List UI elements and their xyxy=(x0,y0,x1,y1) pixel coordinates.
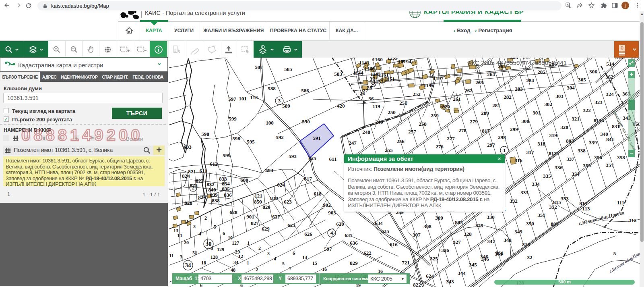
svg-text:329: 329 xyxy=(475,223,483,229)
svg-text:303: 303 xyxy=(555,93,564,99)
svg-text:1144: 1144 xyxy=(353,70,363,76)
svg-text:354: 354 xyxy=(572,171,580,177)
svg-text:344: 344 xyxy=(458,270,466,276)
svg-text:32: 32 xyxy=(527,254,533,260)
svg-text:592: 592 xyxy=(276,134,284,140)
svg-text:250: 250 xyxy=(388,109,396,115)
svg-text:599: 599 xyxy=(223,152,231,158)
svg-text:6: 6 xyxy=(293,250,295,256)
svg-text:355: 355 xyxy=(583,162,591,168)
svg-text:598: 598 xyxy=(201,131,209,137)
svg-text:322: 322 xyxy=(583,107,591,113)
svg-text:358: 358 xyxy=(617,154,625,160)
svg-text:316: 316 xyxy=(514,157,522,163)
svg-text:618: 618 xyxy=(314,191,322,197)
svg-text:3: 3 xyxy=(180,254,182,260)
svg-text:807: 807 xyxy=(551,221,559,227)
svg-text:816: 816 xyxy=(522,241,530,247)
svg-text:339: 339 xyxy=(589,139,597,146)
svg-text:599: 599 xyxy=(229,116,237,122)
svg-text:626: 626 xyxy=(304,231,312,237)
svg-text:616: 616 xyxy=(390,241,398,247)
svg-text:1: 1 xyxy=(186,219,189,225)
svg-text:256: 256 xyxy=(396,138,405,144)
svg-text:629: 629 xyxy=(262,226,270,232)
svg-text:343: 343 xyxy=(446,279,454,285)
svg-text:361: 361 xyxy=(495,251,503,257)
svg-text:0: 0 xyxy=(621,45,623,51)
svg-text:803: 803 xyxy=(566,138,574,144)
svg-text:622: 622 xyxy=(363,250,372,256)
svg-text:585: 585 xyxy=(284,66,292,72)
svg-text:2: 2 xyxy=(256,267,258,272)
svg-text:337: 337 xyxy=(566,156,574,162)
svg-text:258: 258 xyxy=(419,121,427,127)
svg-text:623: 623 xyxy=(284,199,292,205)
svg-text:611: 611 xyxy=(200,168,207,174)
svg-text:129: 129 xyxy=(217,247,224,252)
svg-text:298: 298 xyxy=(498,134,506,140)
svg-text:829: 829 xyxy=(350,260,358,266)
svg-text:612: 612 xyxy=(210,161,218,167)
svg-text:356: 356 xyxy=(594,154,602,160)
svg-text:600: 600 xyxy=(240,177,248,183)
svg-text:588: 588 xyxy=(268,85,276,92)
svg-text:348: 348 xyxy=(504,237,512,243)
svg-text:611: 611 xyxy=(329,156,337,162)
svg-text:1197: 1197 xyxy=(433,75,444,81)
svg-text:121: 121 xyxy=(254,193,262,199)
svg-text:319: 319 xyxy=(549,132,557,138)
svg-text:51: 51 xyxy=(192,250,197,256)
svg-text:34: 34 xyxy=(185,262,192,268)
svg-text:8135: 8135 xyxy=(594,117,605,123)
svg-text:20: 20 xyxy=(184,240,189,245)
svg-text:598: 598 xyxy=(232,135,240,141)
svg-text:278: 278 xyxy=(458,127,466,133)
svg-text:336: 336 xyxy=(555,164,563,171)
svg-text:902: 902 xyxy=(323,202,331,208)
svg-text:514: 514 xyxy=(606,61,614,67)
svg-text:249: 249 xyxy=(375,119,383,125)
svg-text:321: 321 xyxy=(572,116,580,122)
svg-text:297: 297 xyxy=(487,142,495,148)
svg-text:264: 264 xyxy=(487,71,495,77)
svg-text:4: 4 xyxy=(274,256,276,262)
svg-text:320: 320 xyxy=(560,124,568,130)
svg-text:587: 587 xyxy=(255,64,263,70)
svg-text:593: 593 xyxy=(289,153,297,159)
svg-text:11: 11 xyxy=(169,253,173,258)
svg-text:34: 34 xyxy=(233,260,238,265)
svg-text:721: 721 xyxy=(402,260,410,266)
svg-text:349: 349 xyxy=(514,229,522,235)
svg-text:590: 590 xyxy=(302,119,310,125)
svg-text:247: 247 xyxy=(349,140,357,146)
svg-text:281: 281 xyxy=(492,102,500,108)
svg-text:306: 306 xyxy=(589,69,597,75)
svg-text:255: 255 xyxy=(385,147,393,153)
svg-text:825: 825 xyxy=(308,155,316,161)
svg-text:5: 5 xyxy=(214,224,216,230)
svg-text:324: 324 xyxy=(606,91,614,97)
svg-text:285: 285 xyxy=(537,69,545,75)
svg-text:3: 3 xyxy=(278,98,281,104)
svg-text:822: 822 xyxy=(413,282,421,287)
svg-text:127: 127 xyxy=(232,240,239,246)
svg-text:586: 586 xyxy=(301,87,309,94)
svg-text:353: 353 xyxy=(561,195,569,202)
svg-text:1159: 1159 xyxy=(387,58,398,61)
svg-text:624: 624 xyxy=(426,273,434,279)
svg-text:277: 277 xyxy=(447,135,455,141)
svg-text:283: 283 xyxy=(515,86,523,92)
svg-text:625: 625 xyxy=(287,222,295,228)
svg-text:330: 330 xyxy=(487,214,495,220)
svg-text:357: 357 xyxy=(606,162,614,168)
svg-text:308: 308 xyxy=(423,223,431,229)
svg-text:850: 850 xyxy=(254,199,262,205)
svg-text:812: 812 xyxy=(549,150,557,156)
svg-text:597: 597 xyxy=(324,246,332,252)
svg-text:350: 350 xyxy=(526,220,534,227)
svg-text:333: 333 xyxy=(520,189,528,195)
svg-text:1160: 1160 xyxy=(372,58,382,62)
svg-text:595: 595 xyxy=(247,139,255,145)
svg-text:30: 30 xyxy=(206,241,212,247)
